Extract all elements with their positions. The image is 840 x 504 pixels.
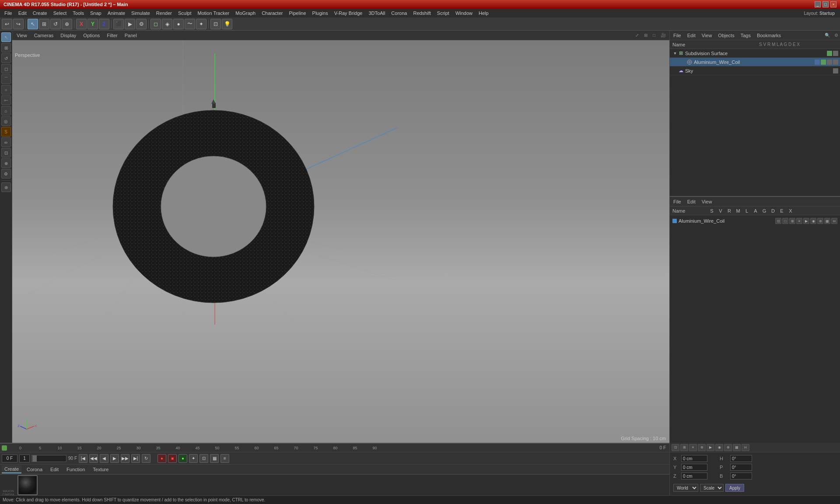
- om-menu-edit[interactable]: Edit: [686, 32, 697, 38]
- mat-tab-texture[interactable]: Texture: [90, 466, 111, 473]
- material-swatch-wire[interactable]: [18, 475, 38, 495]
- transport-stop[interactable]: ■: [168, 454, 177, 463]
- om-menu-tags[interactable]: Tags: [739, 32, 752, 38]
- transport-prev-key[interactable]: ◀◀: [89, 454, 98, 463]
- coord-z-input[interactable]: [681, 472, 707, 480]
- toolbar-redo-btn[interactable]: ↪: [13, 19, 24, 29]
- transport-mode[interactable]: ▦: [210, 454, 219, 463]
- menu-window[interactable]: Window: [453, 10, 475, 17]
- coord-btn2[interactable]: ⊞: [680, 444, 688, 451]
- toolbar-spline-btn[interactable]: 〜: [185, 19, 195, 29]
- vp-menu-display[interactable]: Display: [59, 32, 78, 39]
- vp-menu-view[interactable]: View: [15, 32, 29, 39]
- transport-play-back[interactable]: ◀: [100, 454, 108, 463]
- menu-create[interactable]: Create: [30, 10, 50, 17]
- transport-key[interactable]: ✦: [189, 454, 198, 463]
- toolbar-y-btn[interactable]: Y: [88, 19, 98, 29]
- mat-tab-create[interactable]: Create: [2, 466, 21, 473]
- om-check-icon[interactable]: [827, 51, 832, 56]
- menu-select[interactable]: Select: [51, 10, 70, 17]
- tool-move[interactable]: ↖: [1, 32, 11, 42]
- tool-settings[interactable]: ⚙: [1, 169, 11, 178]
- coord-btn8[interactable]: ▦: [733, 444, 741, 451]
- toolbar-undo-btn[interactable]: ↩: [2, 19, 12, 29]
- coord-btn1[interactable]: ⊡: [672, 444, 679, 451]
- menu-edit[interactable]: Edit: [16, 10, 29, 17]
- toolbar-move-btn[interactable]: ↖: [28, 19, 38, 29]
- menu-pipeline[interactable]: Pipeline: [286, 10, 308, 17]
- minimize-button[interactable]: _: [815, 1, 821, 7]
- am-icon6[interactable]: ◉: [810, 218, 816, 224]
- viewport[interactable]: View Cameras Display Options Filter Pane…: [12, 31, 669, 443]
- tool-extra1[interactable]: ⊛: [1, 182, 11, 192]
- om-expand-sky[interactable]: [672, 68, 678, 74]
- vp-menu-options[interactable]: Options: [81, 32, 102, 39]
- coord-world-dropdown[interactable]: World Object: [673, 484, 698, 492]
- am-menu-view[interactable]: View: [700, 199, 714, 205]
- om-row-wire-coil[interactable]: Aluminium_Wire_Coil: [670, 58, 840, 66]
- menu-script[interactable]: Script: [434, 10, 452, 17]
- tool-light[interactable]: ◎: [1, 116, 11, 126]
- mat-tab-edit[interactable]: Edit: [48, 466, 61, 473]
- tool-camera[interactable]: ⌂: [1, 106, 11, 116]
- coord-y-input[interactable]: [681, 464, 707, 471]
- coord-btn5[interactable]: ▶: [707, 444, 714, 451]
- vp-menu-cameras[interactable]: Cameras: [32, 32, 56, 39]
- vp-camera-icon[interactable]: 🎥: [661, 33, 666, 38]
- menu-file[interactable]: File: [2, 10, 15, 17]
- menu-sculpt[interactable]: Sculpt: [175, 10, 194, 17]
- tool-select[interactable]: ◻: [1, 64, 11, 74]
- om-menu-bookmarks[interactable]: Bookmarks: [755, 32, 783, 38]
- om-row-subdivision[interactable]: ▼ ⊞ Subdivision Surface: [670, 49, 840, 58]
- toolbar-render-settings-btn[interactable]: ⚙: [136, 19, 147, 29]
- vp-maximize-icon[interactable]: □: [653, 33, 655, 38]
- om-expand-subdivision[interactable]: ▼: [672, 51, 678, 56]
- coord-btn3[interactable]: ≡: [689, 444, 697, 451]
- transport-play-fwd[interactable]: ▶▶: [121, 454, 130, 463]
- window-controls[interactable]: _ □ ×: [815, 1, 836, 7]
- tool-scale[interactable]: ⊞: [1, 43, 11, 52]
- menu-redshift[interactable]: Redshift: [410, 10, 433, 17]
- transport-settings[interactable]: ≡: [220, 454, 229, 463]
- menu-tools[interactable]: Tools: [70, 10, 87, 17]
- om-vis2-icon[interactable]: [827, 60, 832, 65]
- coord-btn9[interactable]: H: [742, 444, 749, 451]
- coord-btn4[interactable]: ⊛: [698, 444, 706, 451]
- maximize-button[interactable]: □: [822, 1, 829, 7]
- om-lock-icon[interactable]: [833, 60, 838, 65]
- coord-p-input[interactable]: [730, 464, 752, 471]
- toolbar-cube-btn[interactable]: ◻: [150, 19, 161, 29]
- coord-h-input[interactable]: [730, 455, 752, 462]
- tool-rotate[interactable]: ↺: [1, 53, 11, 63]
- menu-plugins[interactable]: Plugins: [310, 10, 331, 17]
- toolbar-render-region-btn[interactable]: ⬛: [113, 19, 124, 29]
- toolbar-rotate-btn[interactable]: ↺: [50, 19, 61, 29]
- menu-render[interactable]: Render: [154, 10, 175, 17]
- transport-loop[interactable]: ↻: [142, 454, 150, 463]
- am-menu-file[interactable]: File: [672, 199, 683, 205]
- mat-tab-corona[interactable]: Corona: [24, 466, 45, 473]
- apply-button[interactable]: Apply: [725, 484, 744, 492]
- menu-animate[interactable]: Animate: [105, 10, 128, 17]
- am-icon2[interactable]: □: [782, 218, 788, 224]
- toolbar-scale-btn[interactable]: ⊞: [39, 19, 49, 29]
- om-menu-view[interactable]: View: [700, 32, 714, 38]
- am-icon7[interactable]: ⊛: [817, 218, 823, 224]
- om-menu-objects[interactable]: Objects: [716, 32, 736, 38]
- am-icon4[interactable]: ≡: [796, 218, 802, 224]
- menu-corona[interactable]: Corona: [388, 10, 410, 17]
- om-vis-icon[interactable]: [833, 51, 838, 56]
- vp-layout-icon[interactable]: ⊞: [644, 33, 648, 38]
- coord-b-input[interactable]: [730, 472, 752, 480]
- transport-to-end[interactable]: ▶|: [131, 454, 140, 463]
- tool-link[interactable]: ∞: [1, 137, 11, 147]
- transport-auto-key[interactable]: ●: [178, 454, 187, 463]
- tool-paint[interactable]: ○: [1, 85, 11, 94]
- am-icon3[interactable]: ⊞: [789, 218, 795, 224]
- am-menu-edit[interactable]: Edit: [686, 199, 697, 205]
- transport-record[interactable]: ●: [158, 454, 166, 463]
- close-button[interactable]: ×: [830, 1, 836, 7]
- frame-start-input[interactable]: [2, 455, 18, 462]
- menu-simulate[interactable]: Simulate: [129, 10, 153, 17]
- menu-motiontracker[interactable]: Motion Tracker: [195, 10, 232, 17]
